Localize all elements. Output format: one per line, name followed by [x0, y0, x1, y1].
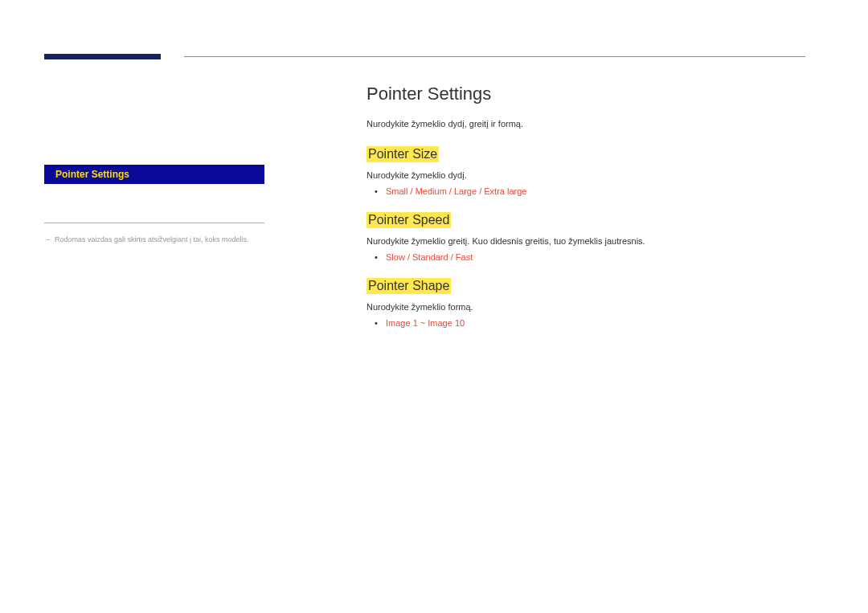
options-text-speed: Slow / Standard / Fast — [386, 252, 473, 262]
sidebar-footnote: – Rodomas vaizdas gali skirtis atsižvelg… — [44, 235, 264, 245]
section-desc-shape: Nurodykite žymeklio formą. — [366, 302, 817, 312]
section-title-shape: Pointer Shape — [366, 278, 451, 294]
footnote-dash: – — [46, 235, 50, 245]
section-desc-size: Nurodykite žymeklio dydį. — [366, 170, 817, 180]
intro-text: Nurodykite žymeklio dydį, greitį ir form… — [366, 119, 817, 129]
section-title-size: Pointer Size — [366, 146, 439, 162]
section-options-size: Small / Medium / Large / Extra large — [386, 186, 817, 196]
page-title: Pointer Settings — [366, 84, 817, 104]
options-text-size: Small / Medium / Large / Extra large — [386, 186, 526, 196]
options-text-shape: Image 1 ~ Image 10 — [386, 318, 465, 328]
top-accent-bar — [44, 54, 161, 59]
section-pointer-speed: Pointer Speed Nurodykite žymeklio greitį… — [366, 212, 817, 262]
section-title-speed: Pointer Speed — [366, 212, 451, 228]
section-options-shape: Image 1 ~ Image 10 — [386, 318, 817, 328]
footnote-text: Rodomas vaizdas gali skirtis atsižvelgia… — [55, 235, 249, 245]
section-pointer-shape: Pointer Shape Nurodykite žymeklio formą.… — [366, 278, 817, 328]
sidebar-item-label: Pointer Settings — [55, 169, 129, 180]
section-desc-speed: Nurodykite žymeklio greitį. Kuo didesnis… — [366, 236, 817, 246]
section-options-speed: Slow / Standard / Fast — [386, 252, 817, 262]
section-pointer-size: Pointer Size Nurodykite žymeklio dydį. S… — [366, 146, 817, 196]
sidebar-item-pointer-settings[interactable]: Pointer Settings — [44, 165, 264, 184]
sidebar-separator — [44, 223, 264, 223]
top-divider-line — [184, 56, 805, 57]
sidebar: Pointer Settings – Rodomas vaizdas gali … — [44, 165, 264, 245]
main-content: Pointer Settings Nurodykite žymeklio dyd… — [366, 84, 817, 344]
